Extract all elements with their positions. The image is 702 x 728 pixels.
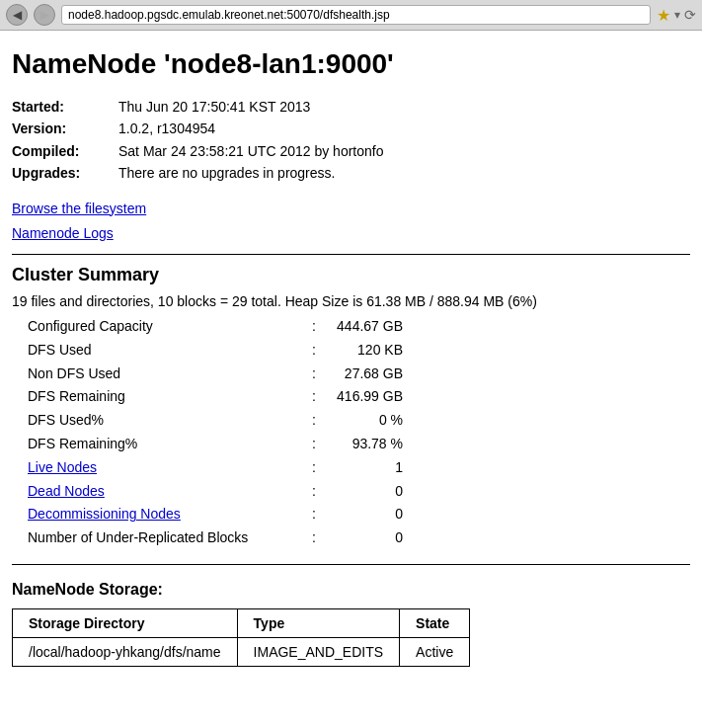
stats-colon: : xyxy=(304,503,324,526)
stats-value: 93.78 % xyxy=(324,433,403,456)
divider-2 xyxy=(12,564,690,565)
storage-table-header: State xyxy=(400,608,470,637)
browser-toolbar: ◀ ▶ ★ ▾ ⟳ xyxy=(0,0,702,31)
stats-colon: : xyxy=(304,433,324,456)
storage-type-cell: IMAGE_AND_EDITS xyxy=(237,637,399,666)
upgrades-label: Upgrades: xyxy=(12,162,111,184)
stats-label: Non DFS Used xyxy=(28,363,304,386)
browser-action-icons: ★ ▾ ⟳ xyxy=(657,6,696,25)
storage-table: Storage DirectoryTypeState/local/hadoop-… xyxy=(12,608,470,667)
stats-value: 27.68 GB xyxy=(324,363,403,386)
info-row-upgrades: Upgrades: There are no upgrades in progr… xyxy=(12,162,690,184)
started-label: Started: xyxy=(12,96,111,118)
browse-filesystem-link[interactable]: Browse the filesystem xyxy=(12,197,690,221)
reload-icon[interactable]: ⟳ xyxy=(684,7,696,23)
stats-label[interactable]: Decommissioning Nodes xyxy=(28,503,304,526)
stats-value: 0 xyxy=(324,526,403,550)
stats-label: Number of Under-Replicated Blocks xyxy=(28,526,304,550)
compiled-value: Sat Mar 24 23:58:21 UTC 2012 by hortonfo xyxy=(118,140,384,162)
stats-row: Number of Under-Replicated Blocks:0 xyxy=(28,526,690,550)
stats-colon: : xyxy=(304,315,324,339)
stats-row: Dead Nodes:0 xyxy=(28,480,690,504)
stats-section: Configured Capacity:444.67 GBDFS Used:12… xyxy=(28,315,690,550)
stats-row: DFS Remaining:416.99 GB xyxy=(28,385,690,409)
links-section: Browse the filesystem Namenode Logs xyxy=(12,197,690,246)
stats-value: 0 xyxy=(324,480,403,504)
storage-table-header: Type xyxy=(237,608,399,637)
stats-row: Non DFS Used:27.68 GB xyxy=(28,363,690,386)
namenode-logs-link[interactable]: Namenode Logs xyxy=(12,221,690,246)
stats-label: DFS Remaining% xyxy=(28,433,304,456)
cluster-summary-title: Cluster Summary xyxy=(12,265,690,285)
stats-value: 120 KB xyxy=(324,339,403,363)
version-label: Version: xyxy=(12,118,111,139)
version-value: 1.0.2, r1304954 xyxy=(118,118,215,139)
info-table: Started: Thu Jun 20 17:50:41 KST 2013 Ve… xyxy=(12,96,690,185)
storage-title: NameNode Storage: xyxy=(12,581,690,599)
started-value: Thu Jun 20 17:50:41 KST 2013 xyxy=(118,96,310,118)
stats-row: Live Nodes:1 xyxy=(28,456,690,480)
storage-state-cell: Active xyxy=(400,637,470,666)
divider-1 xyxy=(12,254,690,255)
stats-colon: : xyxy=(304,363,324,386)
stats-row: DFS Used:120 KB xyxy=(28,339,690,363)
forward-button[interactable]: ▶ xyxy=(34,4,55,26)
stats-link[interactable]: Dead Nodes xyxy=(28,483,105,499)
stats-colon: : xyxy=(304,339,324,363)
stats-value: 1 xyxy=(324,456,403,480)
page-title: NameNode 'node8-lan1:9000' xyxy=(12,48,690,80)
stats-label: Configured Capacity xyxy=(28,315,304,339)
storage-table-header: Storage Directory xyxy=(13,608,238,637)
summary-line: 19 files and directories, 10 blocks = 29… xyxy=(12,293,690,309)
stats-colon: : xyxy=(304,480,324,504)
stats-value: 416.99 GB xyxy=(324,385,403,409)
stats-link[interactable]: Live Nodes xyxy=(28,459,97,475)
info-row-version: Version: 1.0.2, r1304954 xyxy=(12,118,690,139)
address-bar[interactable] xyxy=(61,5,651,25)
compiled-label: Compiled: xyxy=(12,140,111,162)
back-button[interactable]: ◀ xyxy=(6,4,28,26)
stats-label: DFS Used xyxy=(28,339,304,363)
storage-table-row: /local/hadoop-yhkang/dfs/nameIMAGE_AND_E… xyxy=(13,637,470,666)
stats-label[interactable]: Dead Nodes xyxy=(28,480,304,504)
page-content: NameNode 'node8-lan1:9000' Started: Thu … xyxy=(0,31,702,675)
info-row-compiled: Compiled: Sat Mar 24 23:58:21 UTC 2012 b… xyxy=(12,140,690,162)
stats-row: Decommissioning Nodes:0 xyxy=(28,503,690,526)
stats-row: Configured Capacity:444.67 GB xyxy=(28,315,690,339)
stats-row: DFS Used%:0 % xyxy=(28,409,690,433)
stats-row: DFS Remaining%:93.78 % xyxy=(28,433,690,456)
stats-value: 0 % xyxy=(324,409,403,433)
stats-colon: : xyxy=(304,409,324,433)
upgrades-value: There are no upgrades in progress. xyxy=(118,162,335,184)
stats-link[interactable]: Decommissioning Nodes xyxy=(28,506,181,522)
stats-colon: : xyxy=(304,456,324,480)
stats-colon: : xyxy=(304,385,324,409)
stats-label: DFS Used% xyxy=(28,409,304,433)
bookmark-star-icon[interactable]: ★ xyxy=(657,6,670,25)
stats-value: 0 xyxy=(324,503,403,526)
storage-directory-cell: /local/hadoop-yhkang/dfs/name xyxy=(13,637,238,666)
dropdown-icon[interactable]: ▾ xyxy=(674,8,680,22)
stats-colon: : xyxy=(304,526,324,550)
info-row-started: Started: Thu Jun 20 17:50:41 KST 2013 xyxy=(12,96,690,118)
stats-label[interactable]: Live Nodes xyxy=(28,456,304,480)
stats-value: 444.67 GB xyxy=(324,315,403,339)
stats-label: DFS Remaining xyxy=(28,385,304,409)
